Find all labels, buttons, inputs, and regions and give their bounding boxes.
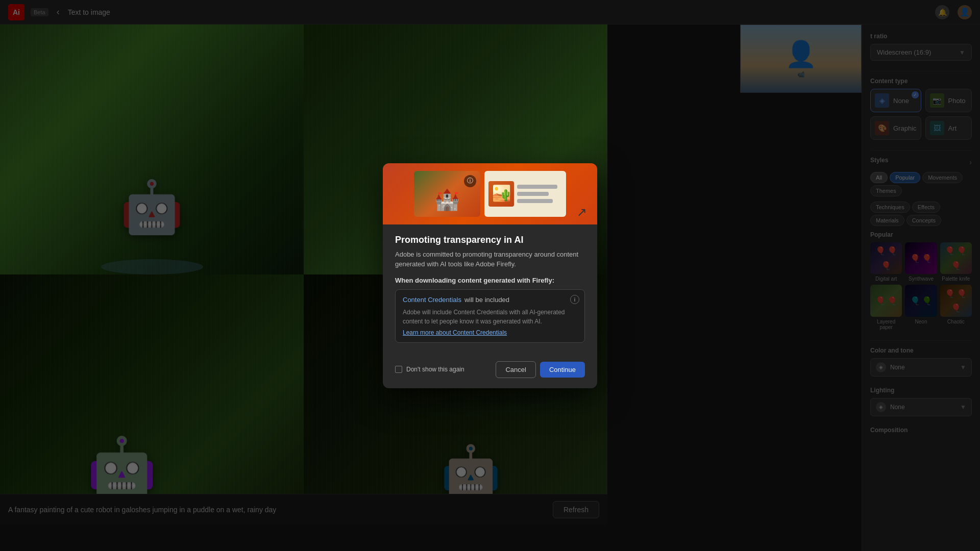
modal-thumb-right-lines — [517, 185, 562, 203]
modal-header-image: ⓘ 🏰 🏜️ ↖ — [383, 163, 597, 224]
modal-thumb-right: 🏜️ — [484, 171, 566, 217]
credentials-desc: Adobe will include Content Credentials w… — [403, 308, 577, 326]
modal-credentials-box: Content Credentials will be included i A… — [395, 289, 585, 343]
continue-button[interactable]: Continue — [540, 362, 585, 378]
modal: ⓘ 🏰 🏜️ ↖ Promoting transparency in AI Ad… — [383, 163, 597, 388]
dont-show-row: Don't show this again — [395, 366, 496, 373]
modal-thumb-right-image: 🏜️ — [488, 181, 514, 207]
credentials-title-row: Content Credentials will be included — [403, 296, 577, 304]
modal-body: Promoting transparency in AI Adobe is co… — [383, 224, 597, 361]
cursor-icon: ↖ — [577, 205, 587, 219]
dont-show-checkbox[interactable] — [395, 366, 402, 373]
dont-show-label: Don't show this again — [406, 366, 464, 373]
modal-info-icon: ⓘ — [464, 175, 476, 187]
credentials-title-suffix: will be included — [464, 296, 509, 304]
credentials-link-title[interactable]: Content Credentials — [403, 296, 461, 304]
modal-thumb-left: ⓘ 🏰 — [414, 171, 480, 217]
credentials-info-icon[interactable]: i — [570, 295, 579, 304]
modal-when-title: When downloading content generated with … — [395, 277, 585, 284]
cancel-button[interactable]: Cancel — [496, 361, 535, 378]
modal-overlay: ⓘ 🏰 🏜️ ↖ Promoting transparency in AI Ad… — [0, 0, 980, 551]
modal-title: Promoting transparency in AI — [395, 235, 585, 245]
modal-footer: Don't show this again Cancel Continue — [383, 361, 597, 388]
modal-desc: Adobe is committed to promoting transpar… — [395, 249, 585, 269]
credentials-learn-link[interactable]: Learn more about Content Credentials — [403, 329, 577, 336]
